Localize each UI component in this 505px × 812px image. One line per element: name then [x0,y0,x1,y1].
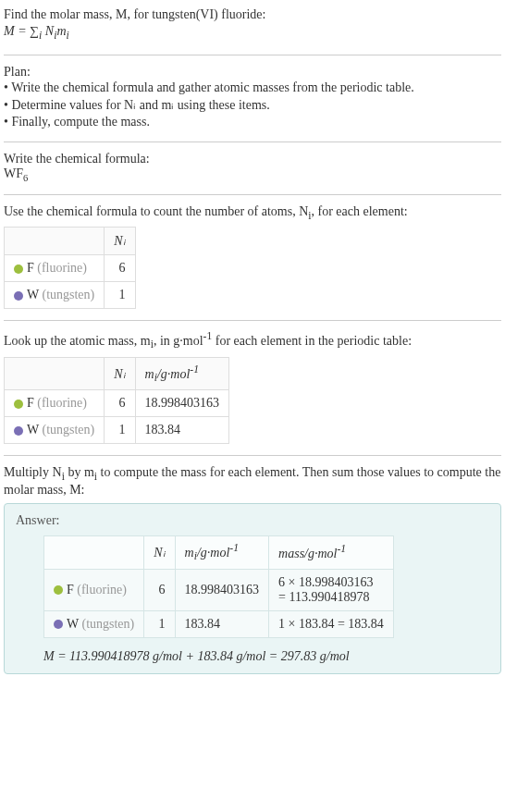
atomic-mass-section: Look up the atomic mass, mi, in g·mol-1 … [4,320,501,448]
element-dot-icon [14,400,23,409]
table-row: W (tungsten) 1 [5,282,136,309]
table-header-ni: Nᵢ [144,536,175,569]
answer-table: Nᵢ mi/g·mol-1 mass/g·mol-1 F (fluorine) … [43,535,394,637]
mi-value: 18.998403163 [135,390,229,417]
mass-value: 1 × 183.84 = 183.84 [269,610,394,637]
ni-value: 1 [144,610,175,637]
count-atoms-heading: Use the chemical formula to count the nu… [4,204,501,222]
element-cell: W (tungsten) [44,610,144,637]
table-row: W (tungsten) 1 183.84 1 × 183.84 = 183.8… [44,610,394,637]
table-header-blank [5,228,105,255]
table-header-blank [5,357,105,389]
count-atoms-table: Nᵢ F (fluorine) 6 W (tungsten) 1 [4,227,136,309]
ni-value: 6 [144,569,175,610]
table-header-row: Nᵢ mi/g·mol-1 mass/g·mol-1 [44,536,394,569]
answer-box: Answer: Nᵢ mi/g·mol-1 mass/g·mol-1 F (fl… [4,503,501,673]
element-dot-icon [54,585,63,595]
final-result: M = 113.990418978 g/mol + 183.84 g/mol =… [43,649,489,664]
ni-value: 1 [105,282,135,309]
plan-heading: Plan: [4,65,501,80]
intro-formula: M = ∑i Nimi [4,24,501,42]
table-header-mi: mi/g·mol-1 [135,357,229,389]
table-row: W (tungsten) 1 183.84 [5,417,229,444]
table-header-mi: mi/g·mol-1 [175,536,269,569]
table-header-blank [44,536,144,569]
table-header-ni: Nᵢ [105,357,135,389]
mass-value: 6 × 18.998403163= 113.990418978 [269,569,394,610]
plan-item: Determine values for Nᵢ and mᵢ using the… [4,96,501,114]
table-row: F (fluorine) 6 18.998403163 6 × 18.99840… [44,569,394,610]
table-header-ni: Nᵢ [105,228,135,255]
table-header-mass: mass/g·mol-1 [269,536,394,569]
element-cell: F (fluorine) [5,255,105,282]
element-cell: W (tungsten) [5,282,105,309]
table-row: F (fluorine) 6 18.998403163 [5,390,229,417]
ni-value: 6 [105,255,135,282]
element-dot-icon [14,265,23,274]
table-header-row: Nᵢ [5,228,136,255]
plan-item: Finally, compute the mass. [4,114,501,130]
chemical-formula: WF6 [4,166,501,183]
answer-inner: Nᵢ mi/g·mol-1 mass/g·mol-1 F (fluorine) … [16,535,489,663]
atomic-mass-heading: Look up the atomic mass, mi, in g·mol-1 … [4,330,501,351]
atomic-mass-table: Nᵢ mi/g·mol-1 F (fluorine) 6 18.99840316… [4,357,229,444]
multiply-heading: Multiply Ni by mi to compute the mass fo… [4,465,501,498]
count-atoms-section: Use the chemical formula to count the nu… [4,194,501,314]
plan-section: Plan: Write the chemical formula and gat… [4,55,501,134]
mi-value: 18.998403163 [175,569,269,610]
mi-value: 183.84 [175,610,269,637]
answer-label: Answer: [16,513,489,528]
ni-value: 6 [105,390,135,417]
element-cell: W (tungsten) [5,417,105,444]
plan-item: Write the chemical formula and gather at… [4,80,501,96]
write-formula-heading: Write the chemical formula: [4,152,501,166]
element-dot-icon [14,426,23,436]
plan-list: Write the chemical formula and gather at… [4,80,501,130]
intro-line: Find the molar mass, M, for tungsten(VI)… [4,7,501,22]
element-cell: F (fluorine) [5,390,105,417]
multiply-section: Multiply Ni by mi to compute the mass fo… [4,455,501,677]
element-dot-icon [54,620,63,629]
table-row: F (fluorine) 6 [5,255,136,282]
mi-value: 183.84 [135,417,229,444]
element-cell: F (fluorine) [44,569,144,610]
element-dot-icon [14,291,23,301]
ni-value: 1 [105,417,135,444]
intro-section: Find the molar mass, M, for tungsten(VI)… [4,4,501,47]
table-header-row: Nᵢ mi/g·mol-1 [5,357,229,389]
write-formula-section: Write the chemical formula: WF6 [4,141,501,187]
